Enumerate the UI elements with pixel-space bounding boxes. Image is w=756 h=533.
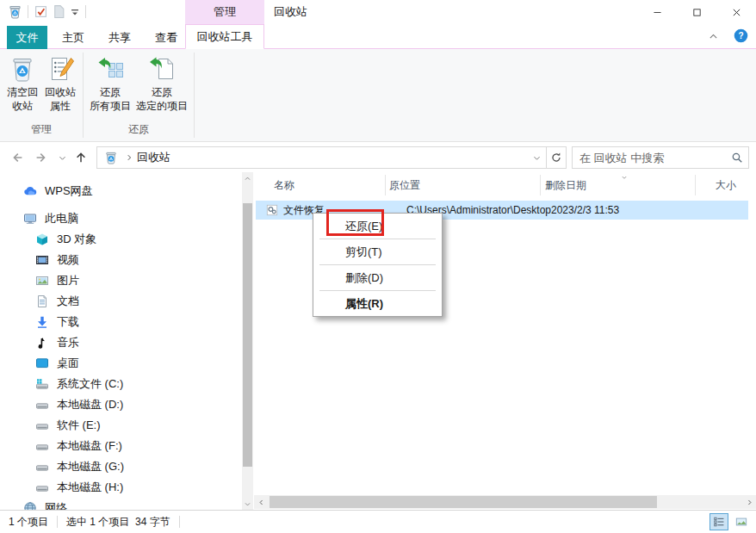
- tab-view[interactable]: 查看: [143, 26, 189, 49]
- sidebar-item-label: 3D 对象: [57, 232, 96, 247]
- chevron-down-icon: [532, 153, 542, 163]
- thumbnails-view-button[interactable]: [732, 513, 751, 530]
- sidebar-item-network[interactable]: 网络: [0, 498, 242, 510]
- column-divider[interactable]: [540, 175, 541, 195]
- breadcrumb-chevron-icon[interactable]: [125, 153, 133, 162]
- search-input[interactable]: [579, 152, 731, 164]
- ribbon-buttons: 清空回收站回收站属性: [3, 52, 79, 120]
- drive-icon: [35, 480, 49, 494]
- sidebar-scrollbar[interactable]: [242, 172, 253, 510]
- sidebar-item-documents[interactable]: 文档: [0, 291, 242, 312]
- sidebar-item-desktop[interactable]: 桌面: [0, 353, 242, 374]
- window-title: 回收站: [274, 0, 307, 24]
- scroll-up-button[interactable]: [242, 172, 253, 184]
- close-icon: [731, 7, 742, 18]
- tab-file[interactable]: 文件: [7, 26, 47, 49]
- title-bar: 管理 回收站: [0, 0, 756, 24]
- column-header-3[interactable]: 大小: [716, 172, 736, 198]
- sidebar-item-label: 本地磁盘 (D:): [57, 397, 123, 412]
- tab-recycle-bin-tools[interactable]: 回收站工具: [185, 24, 264, 49]
- maximize-button[interactable]: [677, 0, 716, 24]
- ribbon-buttons: 还原所有项目还原选定的项目: [87, 52, 190, 120]
- sidebar-item-3d-objects[interactable]: 3D 对象: [0, 229, 242, 250]
- sidebar-item-drive-e[interactable]: 软件 (E:): [0, 415, 242, 436]
- sidebar-item-this-pc[interactable]: 此电脑: [0, 208, 242, 229]
- sidebar-item-wps-cloud[interactable]: WPS网盘: [0, 181, 242, 201]
- up-button[interactable]: [71, 147, 91, 168]
- recent-locations-button[interactable]: [52, 147, 72, 168]
- restore-all-items-button[interactable]: 还原所有项目: [87, 52, 133, 115]
- menu-item-properties[interactable]: 属性(R): [313, 291, 442, 316]
- svg-text:?: ?: [738, 31, 743, 40]
- refresh-icon: [550, 152, 562, 164]
- back-button[interactable]: [7, 147, 28, 168]
- horizontal-scrollbar[interactable]: [254, 495, 756, 509]
- desktop-icon: [35, 356, 49, 370]
- sidebar-item-drive-d[interactable]: 本地磁盘 (D:): [0, 394, 242, 415]
- minimize-button[interactable]: [637, 0, 677, 24]
- ribbon-button-label: 清空回收站: [7, 86, 38, 113]
- tab-home[interactable]: 主页: [50, 26, 96, 49]
- drive-icon: [35, 418, 49, 432]
- tab-strip: 主页共享查看: [50, 26, 189, 49]
- collapse-ribbon-chevron-icon[interactable]: [707, 31, 720, 42]
- forward-button[interactable]: [31, 147, 52, 168]
- restore-selected-items-button[interactable]: 还原选定的项目: [133, 52, 190, 115]
- column-divider[interactable]: [695, 175, 696, 195]
- column-header-1[interactable]: 原位置: [389, 172, 420, 198]
- menu-item-cut[interactable]: 剪切(T): [313, 239, 442, 264]
- file-recovery-app-icon: [266, 204, 278, 216]
- close-button[interactable]: [716, 0, 756, 24]
- recycle-bin-properties-button[interactable]: 回收站属性: [41, 52, 79, 115]
- ribbon-group: 还原所有项目还原选定的项目还原: [84, 49, 194, 141]
- qat-separator: [28, 5, 28, 18]
- sidebar-item-label: 此电脑: [45, 211, 78, 226]
- column-header-2[interactable]: 删除日期: [545, 172, 586, 198]
- breadcrumb-location[interactable]: 回收站: [137, 150, 170, 165]
- sort-chevron-icon[interactable]: [620, 174, 629, 181]
- scrollbar-thumb[interactable]: [243, 203, 252, 467]
- details-view-button[interactable]: [710, 513, 728, 530]
- file-qat-icon[interactable]: [52, 4, 66, 19]
- sidebar-item-drive-f[interactable]: 本地磁盘 (F:): [0, 436, 242, 456]
- sidebar-item-drive-g[interactable]: 本地磁盘 (G:): [0, 456, 242, 477]
- properties-qat-icon[interactable]: [34, 4, 48, 19]
- menu-item-delete[interactable]: 删除(D): [313, 265, 442, 290]
- minimize-icon: [652, 7, 663, 18]
- tab-share[interactable]: 共享: [96, 26, 143, 49]
- column-divider[interactable]: [385, 175, 386, 195]
- scroll-down-button[interactable]: [242, 498, 253, 510]
- sidebar-item-label: 桌面: [57, 356, 79, 371]
- search-box: [572, 146, 749, 169]
- restore-selected-icon: [148, 55, 176, 83]
- drive-icon: [35, 398, 49, 412]
- sidebar-item-drive-h[interactable]: 本地磁盘 (H:): [0, 477, 242, 498]
- sidebar-item-drive-c[interactable]: 系统文件 (C:): [0, 374, 242, 394]
- sidebar-item-videos[interactable]: 视频: [0, 250, 242, 270]
- up-arrow-icon: [74, 151, 88, 164]
- sidebar-item-music[interactable]: 音乐: [0, 332, 242, 353]
- quick-access-toolbar: [6, 4, 90, 19]
- qat-separator: [85, 5, 86, 18]
- refresh-button[interactable]: [546, 147, 566, 168]
- window-controls: [637, 0, 756, 24]
- qat-customize-chevron-icon[interactable]: [70, 7, 80, 17]
- ribbon-button-label: 回收站属性: [45, 86, 76, 113]
- scroll-right-button[interactable]: [742, 495, 756, 509]
- breadcrumb[interactable]: 回收站: [96, 146, 567, 169]
- sidebar-item-label: 图片: [57, 273, 79, 288]
- sidebar-item-downloads[interactable]: 下载: [0, 312, 242, 332]
- restore-all-icon: [96, 55, 124, 83]
- empty-recycle-bin-button[interactable]: 清空回收站: [3, 52, 41, 115]
- scrollbar-thumb[interactable]: [270, 496, 657, 508]
- chevron-down-icon: [244, 500, 251, 508]
- scroll-left-button[interactable]: [254, 495, 268, 509]
- drive-icon: [35, 439, 49, 453]
- column-header-0[interactable]: 名称: [274, 172, 294, 198]
- sidebar-item-label: 系统文件 (C:): [57, 376, 123, 392]
- sidebar-item-pictures[interactable]: 图片: [0, 270, 242, 291]
- sidebar-item-label: 本地磁盘 (F:): [57, 438, 122, 454]
- address-dropdown-button[interactable]: [527, 147, 546, 168]
- help-icon[interactable]: ?: [734, 28, 748, 43]
- search-icon[interactable]: [731, 152, 743, 164]
